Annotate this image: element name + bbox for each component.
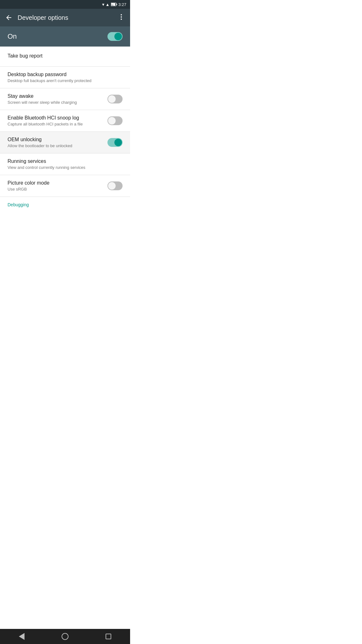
- debugging-section-header: Debugging: [0, 197, 130, 210]
- setting-item-bluetooth-hci[interactable]: Enable Bluetooth HCI snoop log Capture a…: [0, 110, 130, 132]
- setting-item-desktop-backup-password[interactable]: Desktop backup password Desktop full bac…: [0, 67, 130, 88]
- toggle-knob: [114, 33, 122, 40]
- setting-title-bluetooth-hci: Enable Bluetooth HCI snoop log: [8, 115, 107, 121]
- setting-title-desktop-backup-password: Desktop backup password: [8, 72, 123, 77]
- setting-subtitle-desktop-backup-password: Desktop full backups aren't currently pr…: [8, 78, 123, 83]
- settings-list: Take bug report Desktop backup password …: [0, 47, 130, 210]
- toggle-knob: [114, 139, 122, 146]
- setting-title-oem-unlocking: OEM unlocking: [8, 137, 107, 142]
- setting-text-bluetooth-hci: Enable Bluetooth HCI snoop log Capture a…: [8, 115, 107, 126]
- svg-point-6: [121, 19, 122, 20]
- back-button[interactable]: [5, 14, 13, 21]
- setting-item-stay-awake[interactable]: Stay awake Screen will never sleep while…: [0, 88, 130, 110]
- more-options-button[interactable]: [118, 13, 125, 22]
- svg-text:84: 84: [111, 4, 113, 6]
- setting-text-running-services: Running services View and control curren…: [8, 158, 123, 170]
- picture-color-mode-toggle[interactable]: [107, 181, 123, 190]
- toolbar: Developer options: [0, 9, 130, 26]
- debugging-label: Debugging: [8, 202, 29, 207]
- setting-title-picture-color-mode: Picture color mode: [8, 180, 107, 186]
- setting-text-take-bug-report: Take bug report: [8, 53, 123, 60]
- setting-subtitle-picture-color-mode: Use sRGB: [8, 187, 107, 192]
- bluetooth-hci-toggle[interactable]: [107, 116, 123, 125]
- setting-item-oem-unlocking[interactable]: OEM unlocking Allow the bootloader to be…: [0, 132, 130, 153]
- status-icons: 84 3:27: [102, 2, 126, 7]
- stay-awake-toggle[interactable]: [107, 95, 123, 103]
- svg-point-5: [121, 16, 122, 18]
- developer-options-toggle-banner: On: [0, 26, 130, 47]
- developer-options-toggle[interactable]: [107, 32, 123, 41]
- setting-title-running-services: Running services: [8, 158, 123, 164]
- setting-text-picture-color-mode: Picture color mode Use sRGB: [8, 180, 107, 192]
- battery-icon: 84: [111, 3, 117, 6]
- setting-text-oem-unlocking: OEM unlocking Allow the bootloader to be…: [8, 137, 107, 148]
- on-label: On: [8, 32, 17, 41]
- signal-icon: [106, 2, 110, 7]
- oem-unlocking-toggle[interactable]: [107, 138, 123, 147]
- setting-title-stay-awake: Stay awake: [8, 93, 107, 99]
- setting-text-stay-awake: Stay awake Screen will never sleep while…: [8, 93, 107, 105]
- wifi-icon: [102, 2, 104, 7]
- page-title: Developer options: [18, 14, 112, 21]
- setting-item-take-bug-report[interactable]: Take bug report: [0, 47, 130, 67]
- setting-title-take-bug-report: Take bug report: [8, 53, 123, 59]
- setting-text-desktop-backup-password: Desktop backup password Desktop full bac…: [8, 72, 123, 83]
- status-bar: 84 3:27: [0, 0, 130, 9]
- setting-item-picture-color-mode[interactable]: Picture color mode Use sRGB: [0, 175, 130, 197]
- toggle-knob: [108, 117, 116, 125]
- setting-subtitle-stay-awake: Screen will never sleep while charging: [8, 100, 107, 105]
- setting-subtitle-oem-unlocking: Allow the bootloader to be unlocked: [8, 143, 107, 148]
- svg-rect-1: [116, 4, 117, 5]
- setting-item-running-services[interactable]: Running services View and control curren…: [0, 153, 130, 175]
- toggle-knob: [108, 182, 116, 190]
- svg-point-4: [121, 14, 122, 15]
- setting-subtitle-bluetooth-hci: Capture all bluetooth HCI packets in a f…: [8, 122, 107, 126]
- status-time: 3:27: [118, 2, 126, 7]
- setting-subtitle-running-services: View and control currently running servi…: [8, 165, 123, 170]
- toggle-knob: [108, 95, 116, 103]
